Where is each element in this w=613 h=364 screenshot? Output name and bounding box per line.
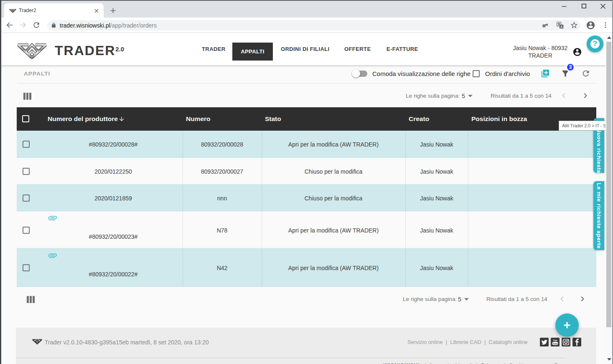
- svg-text:Tube: Tube: [552, 342, 557, 345]
- svg-text:You: You: [553, 339, 557, 341]
